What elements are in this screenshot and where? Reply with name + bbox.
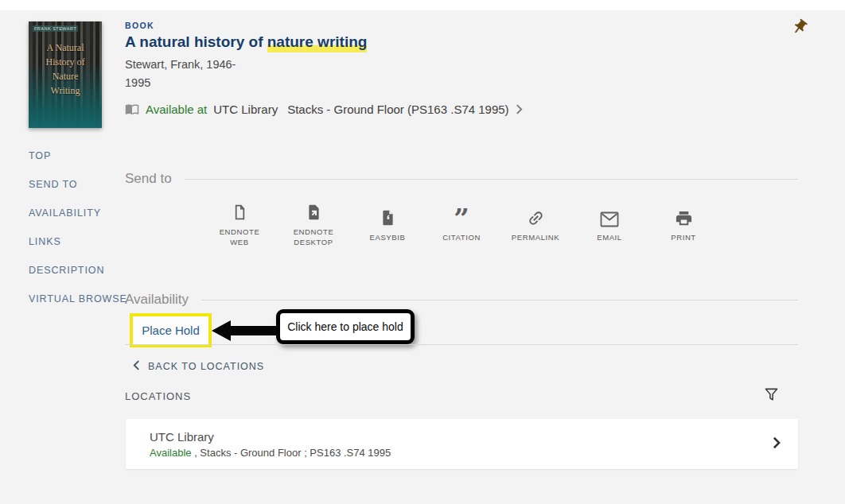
chevron-right-icon[interactable]: [773, 436, 781, 452]
citation-icon: ”: [454, 208, 469, 227]
availability-heading: Availability: [125, 292, 189, 308]
place-hold-button[interactable]: Place Hold: [130, 313, 212, 347]
chevron-right-icon[interactable]: [516, 104, 523, 114]
send-to-action-label: PRINT: [671, 232, 696, 242]
location-shelf-details: , Stacks - Ground Floor ; PS163 .S74 199…: [192, 447, 391, 459]
email-icon: [600, 208, 619, 227]
section-divider: [201, 300, 798, 300]
send-to-easybib-button[interactable]: EASYBIB: [355, 208, 421, 242]
send-to-endnote-desktop-button[interactable]: ENDNOTE DESKTOP: [281, 203, 347, 248]
annotation-callout-text: Click here to place hold: [287, 320, 403, 333]
permalink-icon: [527, 208, 545, 227]
send-to-action-label: PERMALINK: [512, 232, 559, 242]
record-section-nav: TOP SEND TO AVAILABILITY LINKS DESCRIPTI…: [29, 150, 127, 322]
back-to-locations-label: BACK TO LOCATIONS: [148, 361, 264, 372]
send-to-citation-button[interactable]: ” CITATION: [429, 208, 495, 242]
record-title[interactable]: A natural history of nature writing: [125, 33, 798, 51]
send-to-action-label: ENDNOTE WEB: [217, 227, 262, 248]
sidebar-item-links[interactable]: LINKS: [29, 236, 127, 265]
record-author: Stewart, Frank, 1946-: [125, 58, 798, 71]
cover-title-text: A Natural History of Nature Writing: [39, 41, 92, 98]
sidebar-item-top[interactable]: TOP: [29, 150, 127, 179]
chevron-left-icon: [133, 360, 140, 373]
endnote-web-icon: [232, 203, 248, 222]
record-header: BOOK A natural history of nature writing…: [125, 21, 798, 116]
locations-heading: LOCATIONS: [125, 390, 191, 402]
send-to-action-label: EASYBIB: [370, 232, 406, 242]
sidebar-item-virtual-browse[interactable]: VIRTUAL BROWSE: [29, 293, 127, 322]
cover-author-text: FRANK STEWART: [33, 25, 78, 32]
location-name: UTC Library: [150, 430, 391, 444]
endnote-desktop-icon: [306, 203, 322, 222]
availability-section-header: Availability: [125, 292, 798, 308]
section-divider: [185, 179, 798, 180]
title-highlighted-term: nature writing: [267, 33, 368, 52]
availability-shelf: Stacks - Ground Floor (PS163 .S74 1995): [287, 103, 508, 116]
sidebar-item-send-to[interactable]: SEND TO: [29, 179, 127, 207]
availability-summary-link[interactable]: Available at UTC Library Stacks - Ground…: [125, 102, 798, 116]
location-details: Available , Stacks - Ground Floor ; PS16…: [150, 447, 391, 459]
send-to-actions-row: ENDNOTE WEB ENDNOTE DESKTOP EASYBIB ” CI…: [125, 203, 798, 248]
send-to-action-label: EMAIL: [597, 232, 622, 242]
send-to-action-label: CITATION: [442, 232, 481, 242]
send-to-print-button[interactable]: PRINT: [651, 208, 717, 242]
divider: [125, 344, 798, 345]
annotation-arrow: [212, 318, 277, 347]
annotation-callout: Click here to place hold: [276, 309, 415, 344]
back-to-locations-link[interactable]: BACK TO LOCATIONS: [133, 360, 264, 373]
send-to-permalink-button[interactable]: PERMALINK: [503, 208, 569, 242]
resource-type-label: BOOK: [125, 21, 798, 30]
send-to-heading: Send to: [125, 171, 172, 187]
sidebar-item-description[interactable]: DESCRIPTION: [29, 265, 127, 293]
send-to-endnote-web-button[interactable]: ENDNOTE WEB: [207, 203, 273, 248]
easybib-icon: [380, 208, 396, 227]
send-to-email-button[interactable]: EMAIL: [577, 208, 643, 242]
availability-status: Available at: [146, 103, 207, 116]
send-to-section-header: Send to: [125, 171, 798, 187]
record-year: 1995: [125, 76, 798, 89]
print-icon: [675, 208, 693, 227]
send-to-action-label: ENDNOTE DESKTOP: [291, 227, 336, 248]
location-status: Available: [150, 447, 192, 459]
sidebar-item-availability[interactable]: AVAILABILITY: [29, 207, 127, 236]
location-row-body: UTC Library Available , Stacks - Ground …: [126, 430, 391, 459]
place-hold-label: Place Hold: [142, 324, 200, 337]
filter-funnel-icon[interactable]: [764, 387, 779, 405]
open-book-icon: [125, 102, 139, 116]
location-row[interactable]: UTC Library Available , Stacks - Ground …: [126, 419, 798, 469]
title-prefix: A natural history of: [125, 33, 263, 50]
availability-library: UTC Library: [213, 103, 278, 116]
book-cover-thumbnail: FRANK STEWART A Natural History of Natur…: [29, 21, 102, 128]
top-strip: [0, 0, 845, 10]
record-detail-page: FRANK STEWART A Natural History of Natur…: [0, 0, 845, 504]
